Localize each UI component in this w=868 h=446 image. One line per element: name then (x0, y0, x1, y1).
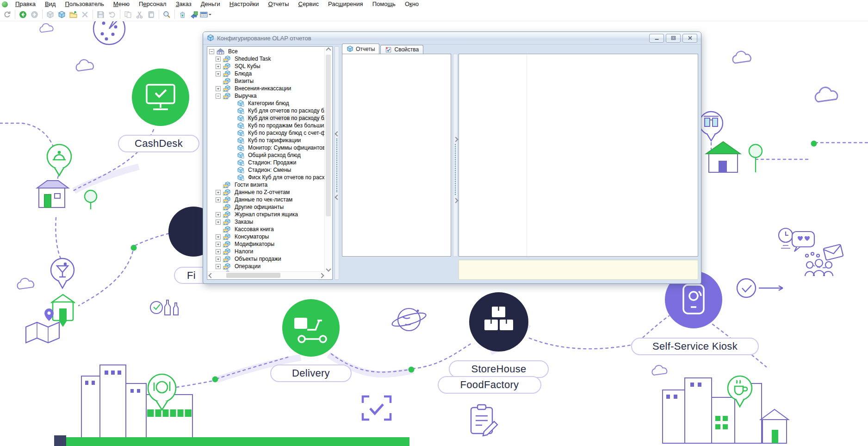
cashdesk-label: CashDesk (118, 135, 199, 152)
toolbar-copy-button[interactable] (122, 9, 134, 20)
scroll-up-icon[interactable] (325, 48, 332, 52)
report-preview-panel[interactable] (459, 54, 698, 257)
menu-item-2[interactable]: Вид (40, 0, 61, 7)
tree-item[interactable]: Стадион: Смены (208, 166, 325, 174)
tree-item[interactable]: Гости визита (208, 181, 325, 188)
menu-item-4[interactable]: Меню (109, 0, 134, 7)
menu-item-6[interactable]: Заказ (171, 0, 196, 7)
menu-item-3[interactable]: Пользователь (60, 0, 108, 7)
tree-vertical-scrollbar[interactable] (324, 47, 332, 272)
tree-item[interactable]: Куб для отчетов по расходу блюд 2 (208, 114, 325, 122)
menu-item-5[interactable]: Персонал (134, 0, 171, 7)
scroll-right-icon[interactable] (320, 272, 323, 279)
tree-item[interactable]: +Sheduled Task (208, 55, 325, 63)
collapse-minus-icon[interactable]: − (209, 49, 214, 54)
menu-item-12[interactable]: Помощь (368, 0, 400, 7)
scroll-down-icon[interactable] (325, 267, 332, 271)
toolbar-folder-open-button[interactable] (68, 9, 79, 20)
tree-item[interactable]: Кассовая книга (208, 226, 325, 233)
toolbar-refresh-button[interactable] (1, 9, 13, 20)
toolbar-recycle-button[interactable] (177, 9, 188, 20)
toolbar-cut-button[interactable] (134, 9, 145, 20)
tree-item[interactable]: +Журнал открытия ящика (208, 211, 325, 218)
window-titlebar[interactable]: Конфигурирование OLAP отчетов (203, 32, 701, 44)
collapse-right-icon[interactable] (453, 137, 458, 142)
expand-plus-icon[interactable]: + (216, 264, 221, 269)
maximize-button[interactable] (666, 34, 681, 43)
toolbar-cube-gray-button[interactable] (44, 9, 56, 20)
expand-plus-icon[interactable]: + (216, 71, 221, 76)
toolbar-grid-button[interactable] (200, 9, 211, 20)
menu-item-9[interactable]: Отчеты (264, 0, 294, 7)
scroll-left-icon[interactable] (209, 272, 213, 279)
expand-plus-icon[interactable]: + (216, 212, 221, 217)
toolbar-back-button[interactable] (17, 9, 29, 20)
tree-item[interactable]: Куб по расходу блюд с счет-фактур (208, 129, 325, 137)
tree-item[interactable]: Куб по тарификации (208, 137, 325, 144)
tree-item[interactable]: +Объекты продажи (208, 255, 325, 263)
collapse-left-icon[interactable] (335, 131, 340, 136)
tree-item[interactable]: +Данные по Z-отчетам (208, 188, 325, 196)
tab-properties[interactable]: Свойства (380, 45, 423, 54)
toolbar-undo-button[interactable] (106, 9, 118, 20)
expand-plus-icon[interactable]: + (216, 86, 221, 91)
tree-item[interactable]: Другие официанты (208, 203, 325, 211)
tree-item[interactable]: +Заказы (208, 218, 325, 226)
scrollbar-thumb[interactable] (326, 55, 331, 216)
expand-plus-icon[interactable]: + (216, 242, 221, 247)
tree-item[interactable]: Монитор: Суммы официантов (208, 144, 325, 151)
splitter-right[interactable] (453, 54, 458, 257)
tree-item[interactable]: +Внесения-инкассации (208, 85, 325, 92)
toolbar-cube-blue-button[interactable] (56, 9, 68, 20)
tree-item[interactable]: +Данные по чек-листам (208, 196, 325, 203)
tab-reports[interactable]: Отчеты (342, 44, 379, 54)
expand-plus-icon[interactable]: + (216, 190, 221, 195)
expand-plus-icon[interactable]: + (216, 249, 221, 254)
tree-item[interactable]: −Выручка (208, 92, 325, 100)
toolbar-paste-button[interactable] (145, 9, 157, 20)
tree-item[interactable]: +Консуматоры (208, 233, 325, 240)
menu-item-7[interactable]: Деньги (196, 0, 225, 7)
expand-plus-icon[interactable]: + (216, 220, 221, 225)
dropdown-arrow-icon[interactable] (209, 14, 211, 17)
tree-item[interactable]: Фиск Куб для отчетов по расходу б (208, 174, 325, 181)
menu-item-11[interactable]: Расширения (323, 0, 368, 7)
tree-item[interactable]: Куб для отчетов по расходу блюд (208, 107, 325, 114)
tree-item[interactable]: Общий расход блюд (208, 151, 325, 159)
expand-plus-icon[interactable]: + (216, 234, 221, 239)
expand-plus-icon[interactable]: + (216, 64, 221, 69)
toolbar-forward-button[interactable] (29, 9, 40, 20)
expand-plus-icon[interactable]: + (216, 257, 221, 262)
tree-item[interactable]: Визиты (208, 77, 325, 85)
minimize-button[interactable] (649, 34, 664, 43)
scrollbar-thumb[interactable] (226, 273, 280, 278)
tree-horizontal-scrollbar[interactable] (208, 271, 325, 279)
collapse-minus-icon[interactable]: − (216, 94, 221, 99)
reports-list-panel[interactable] (342, 54, 451, 257)
toolbar-save-button[interactable] (95, 9, 106, 20)
expand-plus-icon[interactable]: + (216, 57, 221, 62)
tree-item[interactable]: +Налоги (208, 248, 325, 255)
menu-item-8[interactable]: Настройки (225, 0, 264, 7)
toolbar-delete-button[interactable] (79, 9, 91, 20)
window-buttons (649, 34, 697, 43)
expand-plus-icon[interactable]: + (216, 197, 221, 202)
tree-item[interactable]: +SQL Кубы (208, 63, 325, 70)
tree-item[interactable]: +Операции (208, 263, 325, 270)
menu-item-13[interactable]: Окно (400, 0, 423, 7)
tree-item[interactable]: Стадион: Продажи (208, 159, 325, 166)
tree-item[interactable]: Категории блюд (208, 100, 325, 107)
menu-item-1[interactable]: Правка (11, 0, 40, 7)
tree-item[interactable]: +Модификаторы (208, 240, 325, 248)
toolbar-import-button[interactable] (188, 9, 200, 20)
tree-item[interactable]: −Все (208, 48, 325, 55)
close-button[interactable] (682, 34, 697, 43)
tree-item[interactable]: Куб по продажам без больших разм (208, 122, 325, 129)
collapse-left-icon[interactable] (335, 195, 340, 200)
splitter-left[interactable] (335, 46, 339, 280)
tree-item[interactable]: +Блюда (208, 70, 325, 77)
toolbar-search-button[interactable] (161, 9, 173, 20)
bottom-green-bar (66, 437, 409, 446)
menu-item-10[interactable]: Сервис (293, 0, 323, 7)
collapse-right-icon[interactable] (453, 198, 458, 203)
